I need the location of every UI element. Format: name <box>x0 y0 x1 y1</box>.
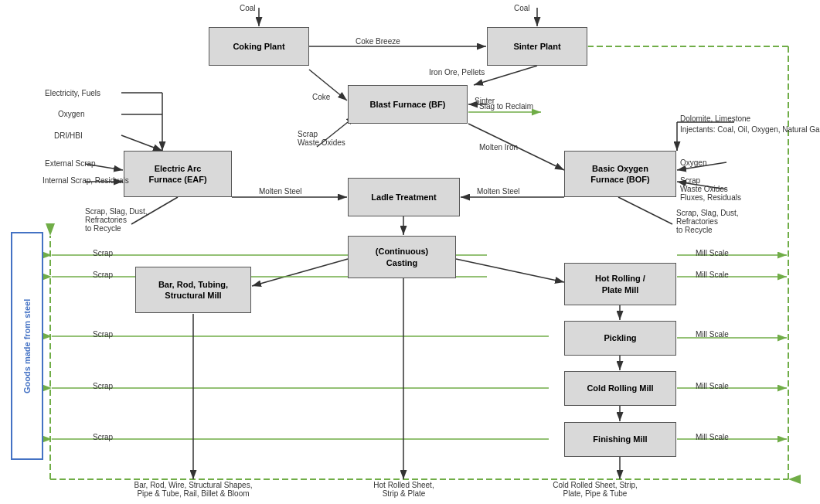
hot-rolling-box: Hot Rolling / Plate Mill <box>564 263 676 305</box>
millscale1-label: Mill Scale <box>696 249 729 257</box>
iron-ore-label: Iron Ore, Pellets <box>429 68 485 77</box>
scrap-slag-2-label: Scrap, Slag, Dust,Refractoriesto Recycle <box>676 209 739 234</box>
ladle-treatment-box: Ladle Treatment <box>348 178 460 216</box>
molten-steel-1-label: Molten Steel <box>259 187 302 196</box>
output2-label: Hot Rolled Sheet,Strip & Plate <box>332 481 475 498</box>
scrap-slag-1-label: Scrap, Slag, Dust,Refractoriesto Recycle <box>85 207 148 233</box>
internal-scrap-label: Internal Scrap, Residuals <box>43 176 129 185</box>
sinter-plant-box: Sinter Plant <box>487 27 587 66</box>
coal-label2: Coal <box>514 4 530 12</box>
injectants-label: Injectants: Coal, Oil, Oxygen, Natural G… <box>680 125 820 134</box>
casting-box: (Continuous) Casting <box>348 236 456 278</box>
finishing-box: Finishing Mill <box>564 422 676 457</box>
coke-breeze-label: Coke Breeze <box>356 37 400 46</box>
coke-label: Coke <box>312 93 330 101</box>
svg-line-24 <box>121 135 162 151</box>
molten-iron-label: Molten Iron <box>479 143 518 152</box>
scrap5-label: Scrap <box>93 433 113 441</box>
dolomite-label: Dolomite, Limestone <box>680 114 750 123</box>
cold-rolling-box: Cold Rolling Mill <box>564 371 676 406</box>
millscale2-label: Mill Scale <box>696 271 729 279</box>
millscale4-label: Mill Scale <box>696 382 729 390</box>
coking-plant-box: Coking Plant <box>209 27 309 66</box>
output3-label: Cold Rolled Sheet, Strip,Plate, Pipe & T… <box>518 481 672 498</box>
svg-line-34 <box>618 197 672 224</box>
dri-label: DRI/HBI <box>54 131 83 140</box>
pickling-box: Pickling <box>564 321 676 356</box>
electricity-label: Electricity, Fuels <box>45 89 100 97</box>
oxygen1-label: Oxygen <box>58 110 84 118</box>
goods-side-box: Goods made from steel <box>11 232 43 460</box>
svg-line-17 <box>456 259 564 282</box>
molten-steel-2-label: Molten Steel <box>477 187 520 196</box>
scrap4-label: Scrap <box>93 382 113 390</box>
coal-label: Coal <box>240 4 256 12</box>
millscale5-label: Mill Scale <box>696 433 729 441</box>
scrap1-label: Scrap <box>93 249 113 257</box>
scrap-waste-2-label: ScrapWaste OxidesFluxes, Residuals <box>680 176 741 202</box>
scrap-waste-1-label: ScrapWaste Oxides <box>298 130 345 147</box>
slag-reclaim-label: Slag to Reclaim <box>479 102 533 111</box>
bar-rod-mill-box: Bar, Rod, Tubing, Structural Mill <box>135 267 251 313</box>
scrap3-label: Scrap <box>93 330 113 339</box>
eaf-box: Electric Arc Furnace (EAF) <box>124 151 232 197</box>
blast-furnace-box: Blast Furnace (BF) <box>348 85 468 124</box>
external-scrap-label: External Scrap <box>45 159 96 168</box>
scrap2-label: Scrap <box>93 271 113 279</box>
bof-box: Basic Oxygen Furnace (BOF) <box>564 151 676 197</box>
output1-label: Bar, Rod, Wire, Structural Shapes,Pipe &… <box>100 481 286 498</box>
svg-line-16 <box>252 259 348 286</box>
oxygen2-label: Oxygen <box>680 158 706 167</box>
millscale3-label: Mill Scale <box>696 330 729 339</box>
